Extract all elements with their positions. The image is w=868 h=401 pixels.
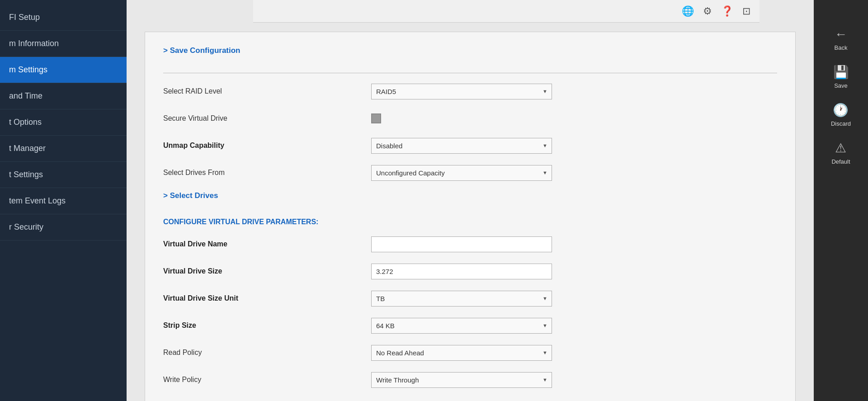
unmap-capability-select-wrapper: Disabled Enabled: [371, 138, 552, 154]
discard-button[interactable]: 🕐 Discard: [831, 103, 851, 127]
select-drives-from-label: Select Drives From: [163, 169, 371, 177]
secure-virtual-drive-label: Secure Virtual Drive: [163, 114, 371, 123]
select-drives-row: > Select Drives: [163, 191, 777, 209]
default-button[interactable]: ⚠ Default: [831, 141, 850, 165]
secure-virtual-drive-checkbox[interactable]: [371, 113, 381, 123]
save-button[interactable]: 💾 Save: [833, 65, 849, 89]
select-drives-from-row: Select Drives From Unconfigured Capacity…: [163, 164, 777, 182]
virtual-drive-size-unit-select-wrapper: TB GB MB: [371, 291, 552, 307]
sidebar-item-system-event-logs[interactable]: tem Event Logs: [0, 188, 127, 214]
virtual-drive-size-unit-label: Virtual Drive Size Unit: [163, 294, 371, 302]
sidebar: FI Setup m Information m Settings and Ti…: [0, 0, 127, 401]
virtual-drive-size-row: Virtual Drive Size: [163, 262, 777, 280]
virtual-drive-size-unit-select[interactable]: TB GB MB: [371, 291, 552, 307]
write-policy-row: Write Policy Write Through Write Back Al…: [163, 371, 777, 389]
sidebar-item-driver-manager[interactable]: t Manager: [0, 136, 127, 162]
content-wrapper: > Save Configuration Select RAID Level R…: [145, 32, 796, 401]
unmap-capability-select[interactable]: Disabled Enabled: [371, 138, 552, 154]
raid-level-label: Select RAID Level: [163, 87, 371, 95]
unmap-capability-row: Unmap Capability Disabled Enabled: [163, 137, 777, 155]
select-drives-from-select-wrapper: Unconfigured Capacity Free Capacity All: [371, 165, 552, 181]
section-divider-1: [163, 73, 777, 73]
right-panel: ← Back 💾 Save 🕐 Discard ⚠ Default: [814, 0, 868, 401]
read-policy-label: Read Policy: [163, 349, 371, 357]
secure-virtual-drive-checkbox-wrapper: [371, 113, 552, 123]
strip-size-select-wrapper: 64 KB 128 KB 256 KB 512 KB 1 MB: [371, 318, 552, 334]
help-icon[interactable]: ❓: [721, 5, 733, 17]
raid-level-select-wrapper: RAID5 RAID0 RAID1 RAID6 RAID10: [371, 84, 552, 99]
back-icon: ←: [835, 27, 847, 42]
save-configuration-row: > Save Configuration: [163, 46, 777, 64]
configure-title: CONFIGURE VIRTUAL DRIVE PARAMETERS:: [163, 218, 777, 226]
strip-size-label: Strip Size: [163, 321, 371, 330]
write-policy-select-wrapper: Write Through Write Back Always Write Ba…: [371, 372, 552, 388]
top-bar: 🌐 ⚙ ❓ ⊡: [253, 0, 760, 23]
sidebar-item-controller-security[interactable]: r Security: [0, 214, 127, 241]
virtual-drive-name-input-wrapper: [371, 236, 552, 252]
sidebar-item-date-and-time[interactable]: and Time: [0, 83, 127, 109]
unmap-capability-label: Unmap Capability: [163, 142, 371, 150]
read-policy-row: Read Policy No Read Ahead Read Ahead: [163, 344, 777, 362]
exit-icon[interactable]: ⊡: [742, 5, 750, 17]
save-icon: 💾: [833, 65, 849, 80]
sidebar-item-system-information[interactable]: m Information: [0, 31, 127, 57]
write-policy-label: Write Policy: [163, 376, 371, 384]
globe-icon[interactable]: 🌐: [682, 5, 694, 17]
main-content: 🌐 ⚙ ❓ ⊡ > Save Configuration Select RAID…: [127, 0, 814, 401]
virtual-drive-size-input-wrapper: [371, 264, 552, 279]
sidebar-item-system-settings[interactable]: m Settings: [0, 57, 127, 83]
virtual-drive-size-input[interactable]: [371, 264, 552, 279]
strip-size-row: Strip Size 64 KB 128 KB 256 KB 512 KB 1 …: [163, 316, 777, 335]
select-drives-from-select[interactable]: Unconfigured Capacity Free Capacity All: [371, 165, 552, 181]
virtual-drive-name-row: Virtual Drive Name: [163, 235, 777, 253]
sidebar-item-network-settings[interactable]: t Settings: [0, 162, 127, 188]
read-policy-select[interactable]: No Read Ahead Read Ahead: [371, 345, 552, 361]
select-drives-link[interactable]: > Select Drives: [163, 191, 218, 200]
gear-icon[interactable]: ⚙: [703, 5, 712, 17]
virtual-drive-name-input[interactable]: [371, 236, 552, 252]
virtual-drive-size-unit-row: Virtual Drive Size Unit TB GB MB: [163, 289, 777, 307]
raid-level-row: Select RAID Level RAID5 RAID0 RAID1 RAID…: [163, 82, 777, 100]
save-configuration-link[interactable]: > Save Configuration: [163, 46, 241, 55]
discard-icon: 🕐: [833, 103, 849, 118]
secure-virtual-drive-row: Secure Virtual Drive: [163, 109, 777, 127]
sidebar-item-boot-options[interactable]: t Options: [0, 109, 127, 136]
read-policy-select-wrapper: No Read Ahead Read Ahead: [371, 345, 552, 361]
virtual-drive-name-label: Virtual Drive Name: [163, 240, 371, 248]
raid-level-select[interactable]: RAID5 RAID0 RAID1 RAID6 RAID10: [371, 84, 552, 99]
write-policy-select[interactable]: Write Through Write Back Always Write Ba…: [371, 372, 552, 388]
strip-size-select[interactable]: 64 KB 128 KB 256 KB 512 KB 1 MB: [371, 318, 552, 334]
back-button[interactable]: ← Back: [835, 27, 848, 51]
sidebar-item-uefi-setup[interactable]: FI Setup: [0, 5, 127, 31]
virtual-drive-size-label: Virtual Drive Size: [163, 267, 371, 275]
default-icon: ⚠: [835, 141, 846, 156]
